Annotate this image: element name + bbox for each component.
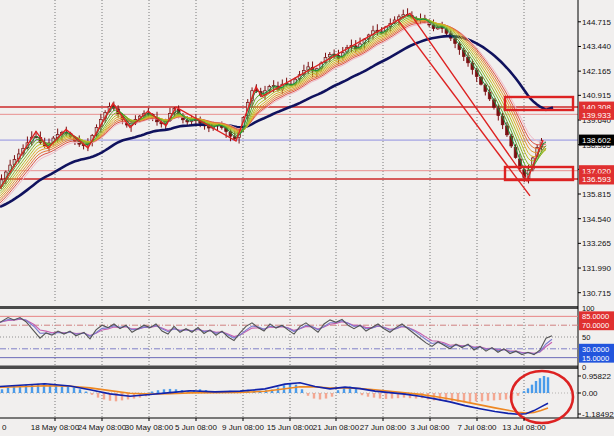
svg-text:15.0000: 15.0000 [582,354,609,363]
macd-histogram-bar [543,376,545,393]
red-ellipse-annotation[interactable] [511,371,573,423]
macd-histogram-bar [539,378,541,393]
macd-histogram-bar [157,390,159,393]
svg-text:130.715: 130.715 [582,289,611,298]
svg-text:134.540: 134.540 [582,215,611,224]
macd-histogram-bar [295,385,297,393]
rsi-axis-labels: 10085.000070.00005030.000015.00000 [579,304,614,372]
macd-histogram-bar [385,393,387,399]
red-box-annotation[interactable] [505,97,573,110]
macd-histogram-bar [103,393,105,399]
macd-histogram-bar [547,377,549,393]
macd-histogram-bar [97,393,99,398]
macd-histogram-bar [379,393,381,399]
macd-histogram-bar [535,381,537,393]
macd-histogram-bar [373,393,375,398]
macd-histogram-bar [67,386,69,393]
svg-text:133.265: 133.265 [582,239,611,248]
price-axis-labels: 144.715143.440142.165140.915139.640138.3… [578,18,614,298]
macd-histogram-bar [1,389,3,393]
svg-text:85.0000: 85.0000 [582,312,609,321]
macd-histogram-bar [301,389,303,393]
svg-text:138.602: 138.602 [582,136,611,145]
svg-text:5 Jun 08:00: 5 Jun 08:00 [175,423,217,432]
macd-histogram-bar [91,393,93,395]
svg-text:0.00: 0.00 [582,389,598,398]
macd-histogram-bar [73,387,75,393]
svg-text:0: 0 [2,423,7,432]
macd-histogram-bar [445,393,447,401]
macd-histogram-bar [499,393,501,400]
macd-histogram-bar [493,393,495,400]
svg-text:13 Jul 08:00: 13 Jul 08:00 [502,423,546,432]
svg-text:0: 0 [582,363,586,372]
chart-canvas[interactable]: 144.715143.440142.165140.915139.640138.3… [0,0,614,436]
trading-chart-window: 144.715143.440142.165140.915139.640138.3… [0,0,614,436]
macd-histogram-bar [475,393,477,401]
svg-text:70.0000: 70.0000 [582,321,609,330]
macd-histogram-bar [531,385,533,393]
svg-text:136.593: 136.593 [582,175,611,184]
macd-histogram-bar [469,393,471,402]
rsi-panel [0,316,578,357]
red-box-annotation[interactable] [505,167,573,180]
macd-histogram-bar [313,393,315,399]
macd-histogram-bar [505,393,507,399]
grid-lines [55,0,524,417]
macd-histogram-bar [523,391,525,393]
macd-histogram-bar [7,387,9,393]
macd-histogram-bar [43,383,45,393]
macd-histogram-bar [527,388,529,393]
macd-histogram-bar [85,392,87,393]
svg-text:50: 50 [582,333,590,342]
svg-text:142.165: 142.165 [582,67,611,76]
svg-text:-1.18492: -1.18492 [582,410,614,419]
svg-text:0.95822: 0.95822 [582,372,611,381]
macd-histogram-bar [367,393,369,397]
macd-histogram-bar [481,393,483,401]
macd-histogram-bar [307,393,309,396]
svg-text:131.990: 131.990 [582,264,611,273]
macd-histogram-bar [331,393,333,397]
svg-text:9 Jun 08:00: 9 Jun 08:00 [222,423,264,432]
svg-text:30 May 08:00: 30 May 08:00 [125,423,174,432]
macd-panel [0,376,578,414]
svg-text:15 Jun 08:00: 15 Jun 08:00 [267,423,314,432]
svg-text:30.0000: 30.0000 [582,345,609,354]
ma-ribbon [0,15,553,207]
macd-histogram-bar [361,393,363,395]
svg-text:140.915: 140.915 [582,91,611,100]
svg-text:143.440: 143.440 [582,42,611,51]
macd-histogram-bar [391,393,393,399]
macd-histogram-bar [151,392,153,393]
svg-text:24 May 08:00: 24 May 08:00 [78,423,127,432]
svg-text:27 Jun 08:00: 27 Jun 08:00 [360,423,407,432]
svg-text:100: 100 [582,304,595,313]
macd-histogram-bar [79,389,81,393]
red-box-annotations[interactable] [505,97,573,180]
svg-text:21 Jun 08:00: 21 Jun 08:00 [313,423,360,432]
macd-histogram-bar [337,390,339,393]
svg-text:7 Jul 08:00: 7 Jul 08:00 [457,423,497,432]
svg-text:135.815: 135.815 [582,190,611,199]
svg-text:144.715: 144.715 [582,18,611,27]
macd-histogram-bar [319,393,321,399]
macd-histogram-bar [121,393,123,400]
macd-histogram-bar [517,393,519,396]
macd-histogram-bar [37,384,39,393]
time-axis-labels[interactable]: 018 May 08:0024 May 08:0030 May 08:005 J… [2,418,546,432]
macd-histogram-bar [325,393,327,399]
macd-histogram-bar [487,393,489,401]
svg-text:3 Jul 08:00: 3 Jul 08:00 [410,423,450,432]
svg-text:139.933: 139.933 [582,111,611,120]
svg-text:18 May 08:00: 18 May 08:00 [31,423,80,432]
panel-separators [0,0,614,418]
macd-axis-labels: 0.958220.00-1.18492 [578,372,614,419]
